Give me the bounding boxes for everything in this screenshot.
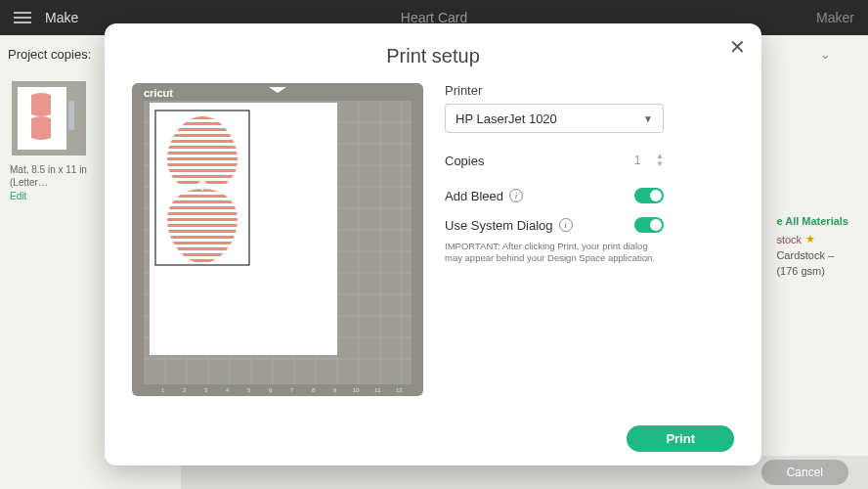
printer-select[interactable]: HP LaserJet 1020 ▼ [445,104,664,133]
add-bleed-toggle[interactable] [634,188,664,203]
svg-rect-37 [167,152,238,155]
caret-down-icon: ▼ [643,113,653,124]
material-card-line1: Cardstock – [776,249,848,261]
svg-rect-2 [68,101,74,130]
hamburger-menu-icon[interactable] [14,12,31,23]
svg-rect-52 [167,242,238,244]
svg-text:10: 10 [353,387,360,393]
svg-rect-38 [167,157,238,160]
chevron-down-icon[interactable]: ⌄ [820,47,831,62]
system-dialog-label: Use System Dialog [445,218,553,233]
material-stock[interactable]: stock ★ [776,233,848,245]
modal-title: Print setup [132,45,734,67]
svg-rect-47 [167,212,238,215]
svg-rect-36 [167,146,238,149]
info-icon[interactable]: i [559,218,573,232]
svg-rect-45 [167,200,238,203]
copies-input[interactable]: 1 [621,149,654,172]
svg-rect-49 [167,224,238,227]
machine-label[interactable]: Maker [816,10,854,25]
print-preview: cricut [132,83,423,396]
material-card-line2: (176 gsm) [776,265,848,277]
add-bleed-label: Add Bleed [445,189,503,203]
mat-preview-image [10,79,88,157]
close-icon[interactable]: ✕ [729,37,746,57]
svg-rect-51 [167,236,238,239]
svg-rect-50 [167,230,238,233]
svg-rect-41 [167,175,238,178]
cancel-button[interactable]: Cancel [761,460,848,485]
svg-rect-46 [167,206,238,209]
svg-rect-34 [167,134,238,137]
project-copies-label: Project copies: [8,47,91,62]
svg-rect-40 [167,169,238,172]
mat-edit-link[interactable]: Edit [10,191,88,201]
star-icon: ★ [805,233,815,245]
all-materials-link[interactable]: e All Materials [776,215,848,227]
print-controls: Printer HP LaserJet 1020 ▼ Copies 1 ▲▼ A… [445,83,734,396]
svg-rect-48 [167,218,238,221]
copies-label: Copies [445,154,484,168]
printer-value: HP LaserJet 1020 [456,111,557,126]
preview-brand-text: cricut [144,87,173,99]
mat-caption: Mat, 8.5 in x 11 in (Letter… [10,163,88,189]
materials-panel: e All Materials stock ★ Cardstock – (176… [776,215,848,277]
print-button[interactable]: Print [627,425,734,452]
svg-rect-39 [167,163,238,166]
print-setup-modal: ✕ Print setup cricut [105,23,761,466]
make-label[interactable]: Make [45,10,78,25]
printer-label: Printer [445,83,734,98]
important-note: IMPORTANT: After clicking Print, your pr… [445,241,664,265]
system-dialog-toggle[interactable] [634,217,664,233]
svg-rect-35 [167,140,238,143]
copies-stepper[interactable]: ▲▼ [656,153,664,168]
mat-thumbnail[interactable]: Mat, 8.5 in x 11 in (Letter… Edit [10,79,88,201]
svg-text:11: 11 [374,387,381,393]
svg-text:12: 12 [396,387,403,393]
info-icon[interactable]: i [509,189,523,202]
